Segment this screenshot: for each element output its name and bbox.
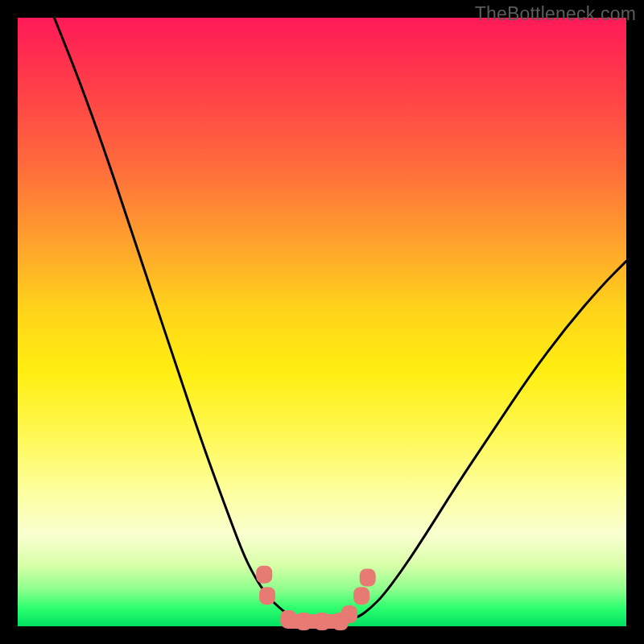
marker-point [259,587,275,605]
marker-point [314,613,330,630]
curve-group [54,18,626,620]
chart-svg-layer [0,0,644,644]
marker-point [360,569,376,587]
marker-point [256,566,272,584]
marker-point [280,610,296,628]
marker-point [353,587,369,605]
curve-left [54,18,297,620]
curve-right [346,261,626,620]
marker-point [295,613,312,630]
marker-point [341,605,357,623]
chart-stage: TheBottleneck.com [0,0,644,644]
marker-group [256,566,376,630]
